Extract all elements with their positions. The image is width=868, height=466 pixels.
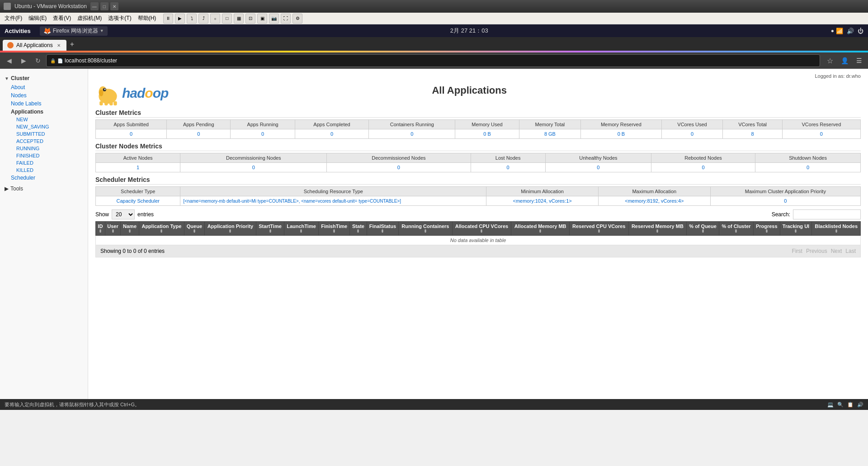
toolbar-btn4[interactable]: □ — [222, 14, 232, 24]
sidebar-about[interactable]: About — [0, 83, 88, 91]
search-input[interactable] — [793, 209, 861, 219]
apps-th-id[interactable]: ID ⇕ — [96, 222, 105, 236]
apps-th-alloc-cpu[interactable]: Allocated CPU VCores ⇕ — [452, 222, 511, 236]
sidebar-killed[interactable]: KILLED — [0, 166, 88, 174]
ff-tab-active[interactable]: All Applications ✕ — [3, 40, 66, 51]
sidebar-scheduler[interactable]: Scheduler — [0, 174, 88, 182]
cn-value-5[interactable]: 0 — [651, 163, 755, 172]
apps-th-pct-queue[interactable]: % of Queue ⇕ — [687, 222, 719, 236]
apps-th-pct-cluster[interactable]: % of Cluster ⇕ — [719, 222, 754, 236]
cm-value-2[interactable]: 0 — [231, 129, 295, 139]
cn-value-1[interactable]: 0 — [180, 163, 327, 172]
vm-close[interactable]: ✕ — [110, 2, 118, 10]
apps-th-user[interactable]: User ⇕ — [105, 222, 121, 236]
vm-maximize[interactable]: □ — [100, 2, 108, 10]
apps-th-priority[interactable]: Application Priority ⇕ — [204, 222, 256, 236]
cm-value-0[interactable]: 0 — [96, 129, 167, 139]
apps-th-running-containers[interactable]: Running Containers ⇕ — [399, 222, 452, 236]
power-icon[interactable]: ⏻ — [858, 28, 863, 34]
toolbar-btn7[interactable]: ▣ — [257, 14, 267, 24]
sidebar-failed[interactable]: FAILED — [0, 159, 88, 166]
status-icon-3[interactable]: 📋 — [847, 402, 854, 408]
sidebar-node-labels[interactable]: Node Labels — [0, 100, 88, 108]
os-dot: ● — [831, 28, 834, 34]
previous-button[interactable]: Previous — [806, 248, 827, 254]
sc-value-2: <memory:1024, vCores:1> — [486, 196, 599, 206]
apps-th-finishtime[interactable]: FinishTime ⇕ — [319, 222, 350, 236]
apps-th-progress[interactable]: Progress ⇕ — [753, 222, 780, 236]
cn-value-6[interactable]: 0 — [755, 163, 861, 172]
status-icon-4[interactable]: 🔊 — [857, 402, 863, 408]
toolbar-btn2[interactable]: ⤴ — [198, 14, 208, 24]
sidebar-nodes[interactable]: Nodes — [0, 91, 88, 100]
toolbar-btn1[interactable]: ⤵ — [187, 14, 197, 24]
cluster-label: Cluster — [11, 75, 29, 81]
menu-vm[interactable]: 虚拟机(M) — [75, 14, 104, 23]
tab-close-button[interactable]: ✕ — [56, 42, 62, 48]
apps-th-tracking[interactable]: Tracking UI ⇕ — [780, 222, 812, 236]
apps-th-alloc-mem[interactable]: Allocated Memory MB ⇕ — [511, 222, 569, 236]
url-bar[interactable]: 🔒 📄 localhost:8088/cluster — [46, 54, 820, 67]
sidebar-accepted[interactable]: ACCEPTED — [0, 138, 88, 145]
menu-file[interactable]: 文件(F) — [2, 14, 25, 23]
sidebar-submitted[interactable]: SUBMITTED — [0, 130, 88, 138]
bookmark-star[interactable]: ☆ — [824, 54, 836, 67]
forward-button[interactable]: ▶ — [17, 54, 30, 67]
apps-th-state[interactable]: State ⇕ — [350, 222, 367, 236]
entries-select[interactable]: 10 20 50 100 — [112, 209, 135, 219]
apps-th-finalstatus[interactable]: FinalStatus ⇕ — [367, 222, 399, 236]
reload-button[interactable]: ↻ — [32, 54, 44, 67]
apps-th-queue[interactable]: Queue ⇕ — [184, 222, 205, 236]
toolbar-snapshot[interactable]: 📷 — [269, 14, 279, 24]
cm-value-4[interactable]: 0 — [369, 129, 455, 139]
cm-value-3[interactable]: 0 — [295, 129, 369, 139]
back-button[interactable]: ◀ — [3, 54, 15, 67]
sidebar-new[interactable]: NEW — [0, 116, 88, 123]
network-icon[interactable]: 📶 — [836, 28, 843, 34]
toolbar-btn6[interactable]: ⊡ — [245, 14, 255, 24]
os-browser-button[interactable]: 🦊 Firefox 网络浏览器 ▼ — [40, 26, 108, 36]
cluster-toggle[interactable]: ▼ Cluster — [0, 73, 88, 83]
cn-value-0[interactable]: 1 — [96, 163, 180, 172]
apps-th-starttime[interactable]: StartTime ⇕ — [256, 222, 284, 236]
tools-toggle[interactable]: ▶ Tools — [0, 184, 88, 194]
toolbar-settings[interactable]: ⚙ — [292, 14, 302, 24]
first-button[interactable]: First — [792, 248, 802, 254]
status-icon-2[interactable]: 🔍 — [837, 402, 844, 408]
sidebar-new-saving[interactable]: NEW_SAVING — [0, 123, 88, 130]
apps-th-apptype[interactable]: Application Type ⇕ — [139, 222, 184, 236]
sort-arrows-finalstatus: ⇕ — [369, 229, 397, 233]
apps-th-blacklisted[interactable]: Blacklisted Nodes ⇕ — [812, 222, 861, 236]
cn-value-3[interactable]: 0 — [471, 163, 545, 172]
cn-value-4[interactable]: 0 — [545, 163, 651, 172]
sound-icon[interactable]: 🔊 — [847, 28, 854, 34]
ff-menu-button[interactable]: ☰ — [853, 54, 865, 67]
status-icon-1[interactable]: 💻 — [827, 402, 834, 408]
apps-th-reserved-cpu[interactable]: Reserved CPU VCores ⇕ — [569, 222, 628, 236]
menu-tabs[interactable]: 选项卡(T) — [105, 14, 134, 23]
toolbar-btn5[interactable]: ▦ — [234, 14, 244, 24]
no-data-cell: No data available in table — [96, 236, 861, 245]
menu-edit[interactable]: 编辑(E) — [26, 14, 49, 23]
vm-minimize[interactable]: — — [90, 2, 99, 10]
sidebar-running[interactable]: RUNNING — [0, 145, 88, 152]
apps-th-name[interactable]: Name ⇕ — [121, 222, 139, 236]
apps-th-launchtime[interactable]: LaunchTime ⇕ — [284, 222, 318, 236]
menu-view[interactable]: 查看(V) — [50, 14, 74, 23]
menu-help[interactable]: 帮助(H) — [135, 14, 159, 23]
toolbar-pause[interactable]: ⏸ — [163, 14, 173, 24]
cm-value-1[interactable]: 0 — [167, 129, 231, 139]
vm-menubar: 文件(F) 编辑(E) 查看(V) 虚拟机(M) 选项卡(T) 帮助(H) ⏸ … — [0, 13, 868, 24]
toolbar-btn3[interactable]: ⬦ — [210, 14, 220, 24]
new-tab-button[interactable]: + — [66, 38, 78, 51]
ff-account-icon[interactable]: 👤 — [838, 54, 851, 67]
last-button[interactable]: Last — [845, 248, 856, 254]
sidebar-finished[interactable]: FINISHED — [0, 152, 88, 159]
toolbar-fullscreen[interactable]: ⛶ — [281, 14, 291, 24]
os-activities[interactable]: Activities — [5, 28, 31, 34]
cn-value-2[interactable]: 0 — [327, 163, 471, 172]
sc-value-0: Capacity Scheduler — [96, 196, 180, 206]
next-button[interactable]: Next — [831, 248, 842, 254]
apps-th-reserved-mem[interactable]: Reserved Memory MB ⇕ — [628, 222, 686, 236]
toolbar-play[interactable]: ▶ — [175, 14, 185, 24]
